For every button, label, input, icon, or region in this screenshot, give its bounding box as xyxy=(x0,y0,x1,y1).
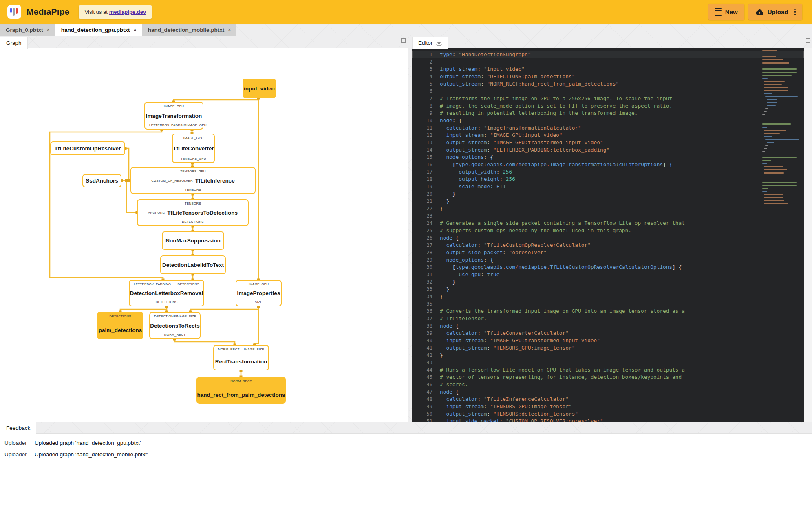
node-title: DetectionsToRects xyxy=(150,323,200,329)
graph-panel-tab[interactable]: Graph xyxy=(0,37,28,49)
graph-node-image-transformation[interactable]: IMAGE_GPU ImageTransformation LETTERBOX_… xyxy=(144,102,203,130)
file-tab-graph0[interactable]: Graph_0.pbtxt ✕ xyxy=(0,24,55,36)
minimap-line xyxy=(765,145,768,146)
graph-node-tflite-converter[interactable]: IMAGE_GPU TfLiteConverter TENSORS_GPU xyxy=(172,134,215,163)
file-tab-label: hand_detection_mobile.pbtxt xyxy=(148,27,225,33)
graph-node-ssd-anchors[interactable]: SsdAnchors xyxy=(82,174,121,187)
close-icon[interactable]: ✕ xyxy=(46,27,50,33)
minimap-line xyxy=(764,194,783,195)
graph-node-detections-to-rects[interactable]: DETECTIONS IMAGE_SIZE DetectionsToRects … xyxy=(149,312,201,339)
minimap-line xyxy=(764,87,788,88)
port-label: DETECTIONS xyxy=(156,300,178,304)
visit-us-text: Visit us at xyxy=(85,9,108,15)
code-line: 6 xyxy=(412,88,804,95)
port-label: DETECTIONS xyxy=(109,315,131,318)
minimap-line xyxy=(762,62,789,64)
minimap-line xyxy=(764,130,786,131)
graph-maximize-icon[interactable] xyxy=(401,38,406,43)
line-number: 50 xyxy=(412,410,440,418)
editor-maximize-icon[interactable] xyxy=(806,38,810,43)
file-tab-hand-detection-mobile[interactable]: hand_detection_mobile.pbtxt ✕ xyxy=(142,24,237,36)
code-line: 29 node_options: { xyxy=(412,256,804,264)
port-label: IMAGE_GPU xyxy=(164,104,184,108)
graph-node-rect-transformation[interactable]: NORM_RECT IMAGE_SIZE RectTransformation xyxy=(213,345,269,370)
minimap-line xyxy=(762,123,791,125)
minimap-line xyxy=(762,191,767,192)
port-label: TENSORS_GPU xyxy=(181,157,206,161)
graph-node-detection-label-id-to-text[interactable]: DetectionLabelIdToText xyxy=(160,255,226,274)
node-title: TfLiteTensorsToDetections xyxy=(167,210,238,216)
node-title: SsdAnchors xyxy=(83,178,121,184)
code-line: 40 input_stream: "IMAGE_GPU:transformed_… xyxy=(412,337,804,344)
code-editor[interactable]: 1type: "HandDetectionSubgraph"23input_st… xyxy=(412,48,804,422)
minimap-line xyxy=(762,151,765,152)
graph-node-non-max-suppression[interactable]: NonMaxSuppression xyxy=(162,231,224,250)
minimap-line xyxy=(765,139,799,140)
code-line: 9# resulting in potential letterboxing i… xyxy=(412,110,804,117)
code-line: 47node { xyxy=(412,388,804,396)
graph-node-tflite-custom-op-resolver[interactable]: TfLiteCustomOpResolver xyxy=(50,141,125,155)
code-line: 44# Runs a TensorFlow Lite model on GPU … xyxy=(412,366,804,374)
line-number: 28 xyxy=(412,249,440,256)
graph-node-detection-letterbox-removal[interactable]: LETTERBOX_PADDING DETECTIONS DetectionLe… xyxy=(129,280,204,306)
line-number: 12 xyxy=(412,132,440,139)
code-line: 37# TfLiteTensor. xyxy=(412,315,804,322)
feedback-maximize-icon[interactable] xyxy=(806,424,810,428)
feedback-tab-label: Feedback xyxy=(6,425,30,431)
feedback-row: Uploader Uploaded graph 'hand_detection_… xyxy=(0,449,812,460)
minimap-line xyxy=(764,203,788,204)
line-number: 38 xyxy=(412,322,440,330)
code-line: 4output_stream: "DETECTIONS:palm_detecti… xyxy=(412,73,804,80)
minimap-line xyxy=(762,75,792,76)
code-line: 32 } xyxy=(412,278,804,286)
minimap-line xyxy=(762,157,797,158)
download-icon[interactable] xyxy=(436,40,442,46)
port-label: IMAGE_GPU xyxy=(186,123,206,127)
minimap-line xyxy=(762,50,777,51)
line-number: 51 xyxy=(412,418,440,422)
graph-node-palm-detections[interactable]: DETECTIONS palm_detections xyxy=(97,312,143,339)
graph-node-tflite-tensors-to-detections[interactable]: TENSORS ANCHORS TfLiteTensorsToDetection… xyxy=(137,199,249,226)
mediapipe-dev-link[interactable]: mediapipe.dev xyxy=(109,9,146,15)
line-number: 35 xyxy=(412,300,440,308)
line-number: 20 xyxy=(412,190,440,198)
graph-canvas[interactable]: input_video IMAGE_GPU ImageTransformatio… xyxy=(0,48,408,422)
feedback-source: Uploader xyxy=(0,451,30,458)
minimap-line xyxy=(762,182,797,183)
minimap-line xyxy=(762,68,797,70)
code-line: 27 calculator: "TfLiteCustomOpResolverCa… xyxy=(412,242,804,249)
code-line: 49 input_stream: "TENSORS_GPU:image_tens… xyxy=(412,403,804,410)
node-title: RectTransformation xyxy=(214,359,268,370)
new-list-icon xyxy=(715,8,722,16)
graph-node-hand-rect-from-palm-detections[interactable]: NORM_RECT hand_rect_from_palm_detections xyxy=(196,377,286,404)
editor-scrollbar[interactable] xyxy=(804,48,812,422)
editor-minimap[interactable] xyxy=(762,50,801,278)
upload-button[interactable]: Upload xyxy=(748,4,802,20)
code-line: 2 xyxy=(412,58,804,66)
graph-node-tflite-inference[interactable]: TENSORS_GPU CUSTOM_OP_RESOLVER TfLiteInf… xyxy=(130,167,256,194)
minimap-line xyxy=(764,166,783,167)
feedback-panel-tab[interactable]: Feedback xyxy=(0,422,36,434)
close-icon[interactable]: ✕ xyxy=(227,27,231,33)
line-number: 36 xyxy=(412,308,440,315)
code-line: 10node: { xyxy=(412,117,804,124)
more-options-kebab-icon[interactable] xyxy=(794,9,796,15)
line-number: 5 xyxy=(412,80,440,88)
editor-panel-tab[interactable]: Editor xyxy=(412,37,448,49)
code-line: 39 calculator: "TfLiteConverterCalculato… xyxy=(412,330,804,337)
node-title: palm_detections xyxy=(98,327,143,338)
line-number: 33 xyxy=(412,286,440,293)
line-number: 11 xyxy=(412,124,440,132)
code-line: 11 calculator: "ImageTransformationCalcu… xyxy=(412,124,804,132)
new-button[interactable]: New xyxy=(708,4,744,20)
port-label: NORM_RECT xyxy=(164,333,185,337)
file-tab-hand-detection-gpu[interactable]: hand_detection_gpu.pbtxt ✕ xyxy=(55,24,142,36)
node-title: DetectionLetterboxRemoval xyxy=(130,290,203,296)
line-number: 45 xyxy=(412,374,440,381)
graph-node-image-properties[interactable]: IMAGE_GPU ImageProperties SIZE xyxy=(236,280,282,306)
editor-code[interactable]: 1type: "HandDetectionSubgraph"23input_st… xyxy=(412,48,804,422)
graph-node-input-video[interactable]: input_video xyxy=(243,79,276,98)
close-icon[interactable]: ✕ xyxy=(133,27,137,33)
cloud-upload-icon xyxy=(755,9,764,15)
line-number: 25 xyxy=(412,227,440,234)
